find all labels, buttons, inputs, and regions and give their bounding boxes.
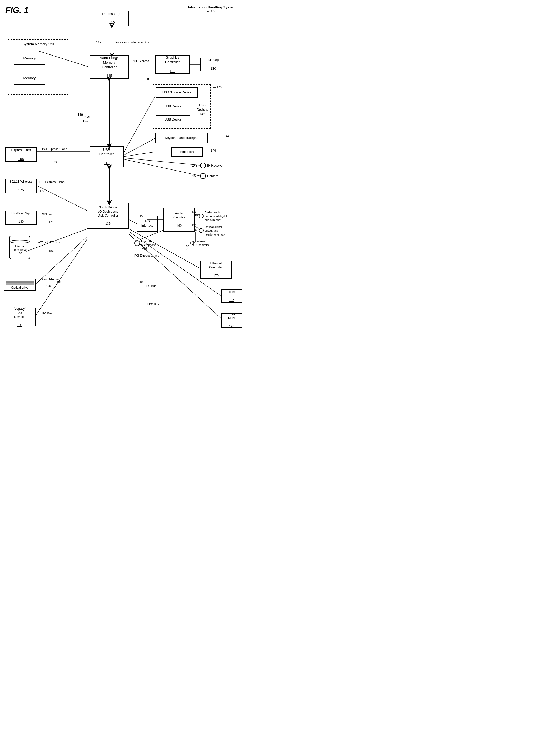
efi-boot-box: EFI-Boot Mgr. 180 — [5, 210, 37, 225]
system-label: Information Handling System ↙ 100 — [188, 5, 236, 13]
ethernet-controller-box: Ethernet Controller 170 — [200, 261, 232, 279]
usb-device2-box: USB Device — [156, 115, 190, 124]
camera-num: 150 — [192, 174, 198, 178]
hard-drive-box: InternalHard Drive 185 — [4, 236, 36, 265]
svg-line-39 — [36, 239, 87, 316]
hd-interface-box: HD Interface — [137, 216, 158, 232]
svg-text:ATA or UATA bus: ATA or UATA bus — [38, 241, 60, 244]
tpm-box: TPM 195 — [221, 289, 242, 302]
figure-title: FIG. 1 — [5, 5, 29, 15]
south-bridge-box: South Bridge I/O Device and Disk Control… — [87, 203, 129, 229]
usb-devices-group: USB Storage Device USB Device USB Device… — [153, 84, 211, 129]
camera-label: Camera — [200, 173, 218, 179]
svg-line-26 — [37, 186, 87, 210]
pci-express-label: PCI Express — [132, 59, 149, 63]
svg-text:119: 119 — [78, 113, 83, 116]
svg-text:DMI: DMI — [84, 115, 90, 119]
internal-speakers: Internal Speakers — [189, 239, 209, 247]
svg-text:Serial ATA bus: Serial ATA bus — [41, 278, 59, 281]
expresscard-box: ExpressCard 155 — [5, 147, 37, 162]
svg-line-18 — [124, 152, 155, 156]
keyboard-box: Keyboard and Trackpad — [155, 133, 208, 143]
svg-text:Bus: Bus — [83, 120, 89, 123]
svg-line-41 — [129, 220, 137, 224]
usb-storage-box: USB Storage Device — [156, 87, 198, 98]
svg-text:PCI Express 1-lane: PCI Express 1-lane — [134, 254, 159, 257]
svg-text:USB: USB — [53, 160, 59, 164]
svg-line-35 — [36, 237, 87, 284]
svg-text:184: 184 — [49, 249, 53, 252]
svg-line-19 — [124, 158, 200, 165]
svg-text:188: 188 — [56, 280, 61, 283]
memory2-box: Memory — [14, 72, 45, 85]
svg-text:178: 178 — [49, 221, 53, 224]
svg-line-48 — [140, 230, 163, 239]
svg-line-52 — [129, 229, 200, 269]
svg-text:LPC Bus: LPC Bus — [41, 312, 52, 315]
usb-devices-145: — 145 — [213, 86, 222, 89]
display-box: Display 130 — [200, 58, 226, 71]
bluetooth-num: — 146 — [207, 149, 216, 152]
usb-controller-box: USB Controller 140 — [89, 146, 124, 167]
usb-devices-label: USBDevices142 — [197, 103, 208, 116]
svg-text:192: 192 — [139, 280, 144, 283]
audio-line-in-num: 162 — [194, 214, 198, 217]
svg-text:112: 112 — [96, 41, 101, 44]
internal-mic-num: 168 — [143, 247, 148, 250]
svg-text:Processor Interface Bus: Processor Interface Bus — [115, 41, 149, 44]
svg-text:SPI bus: SPI bus — [42, 212, 52, 216]
audio-circuitry-box: Audio Circuitry 160 — [163, 208, 195, 232]
legacy-io-box: "Legacy" I/O Devices 198 — [4, 308, 36, 326]
svg-text:PCI Express 1-lane: PCI Express 1-lane — [40, 180, 65, 183]
optical-out: Optical digital output and headphone jac… — [199, 225, 225, 236]
svg-text:190: 190 — [46, 284, 51, 287]
svg-text:172: 172 — [40, 189, 44, 193]
boot-rom-box: Boot ROM 196 — [221, 313, 242, 328]
svg-text:118: 118 — [145, 77, 150, 81]
svg-text:PCI Express 1-lane: PCI Express 1-lane — [42, 147, 67, 150]
svg-text:LPC Bus: LPC Bus — [145, 284, 157, 287]
graphics-controller-box: Graphics Controller 125 — [155, 55, 189, 74]
internal-mic: Internal Microphone — [134, 239, 156, 247]
keyboard-num-144: — 144144 — [220, 134, 229, 138]
memory1-box: Memory — [14, 52, 45, 65]
bluetooth-box: Bluetooth — [171, 147, 203, 156]
ir-receiver-label: IR Receiver — [200, 162, 224, 169]
optical-drive-box: Optical drive — [4, 279, 36, 291]
svg-text:LPC Bus: LPC Bus — [147, 302, 159, 306]
north-bridge-box: North Bridge Memory Controller 115 — [89, 55, 129, 79]
ir-num: 148 — [192, 164, 198, 168]
usb-device1-box: USB Device — [156, 102, 190, 111]
system-memory-box: System Memory 120 Memory Memory — [8, 40, 69, 95]
optical-out-num: 164 — [194, 228, 198, 231]
svg-line-16 — [124, 96, 155, 153]
audio-line-in: Audio line-in and optical digital audio … — [199, 210, 227, 222]
svg-marker-0 — [190, 241, 194, 245]
svg-line-17 — [124, 138, 155, 155]
wireless-box: 802.11 Wireless 175 — [5, 179, 37, 193]
svg-line-20 — [124, 159, 200, 176]
processor-box: Processor(s) 110 — [95, 10, 129, 26]
internal-speakers-num: 166 — [184, 247, 189, 250]
